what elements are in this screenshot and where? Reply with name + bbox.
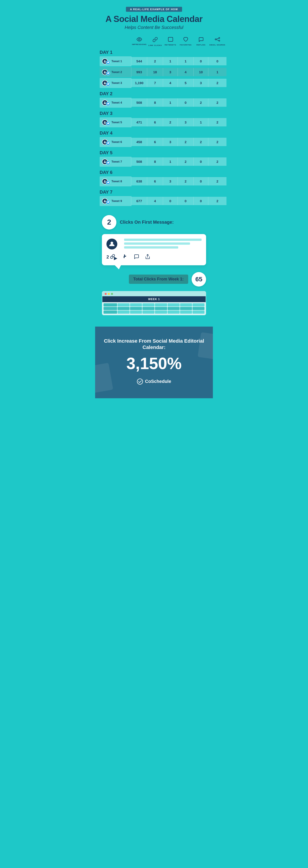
day-label: DAY 7	[100, 187, 208, 196]
tweet-replies: 10	[194, 68, 208, 76]
tweet-link_clicks: 6	[147, 177, 163, 185]
mock-comment-action	[134, 254, 139, 260]
twitter-badge	[106, 161, 110, 165]
browser-cell	[130, 307, 142, 310]
tweet-retweets: 1	[163, 98, 178, 107]
avatar-wrap	[102, 58, 110, 64]
svg-point-14	[104, 180, 106, 181]
browser-cell	[155, 303, 167, 306]
table-row: Tweet 1 54421100	[100, 56, 208, 66]
svg-point-15	[104, 200, 106, 201]
tweet-replies: 0	[194, 157, 208, 166]
svg-point-9	[104, 82, 106, 83]
total-clicks-row: Total Clicks From Week 1: 65	[102, 272, 206, 286]
tweet-favorites: 4	[178, 68, 194, 76]
tweet-email_shares: 2	[208, 118, 226, 126]
tweet-retweets: 3	[163, 138, 178, 146]
browser-mockup: WEEK 1	[102, 291, 206, 315]
browser-cell	[155, 311, 167, 314]
mock-tweet-actions: 2 ▶	[107, 253, 201, 261]
tweet-impressions: 677	[131, 197, 147, 205]
svg-point-7	[104, 60, 106, 61]
avatar-wrap	[102, 119, 110, 126]
tweet-favorites: 1	[178, 57, 194, 65]
tweet-info-cell: Tweet 8	[100, 177, 131, 186]
deco-right	[198, 332, 213, 360]
tweet-link_clicks: 18	[147, 68, 163, 76]
mock-like-icon	[123, 254, 128, 260]
tweet-retweets: 1	[163, 57, 178, 65]
svg-rect-1	[168, 37, 173, 41]
table-row: Tweet 4 50881022	[100, 98, 208, 107]
column-headers: IMPRESSIONS LINK CLICKS RETWEETS	[100, 37, 208, 46]
tweet-link_clicks: 7	[147, 79, 163, 87]
total-clicks-label: Total Clicks From Week 1:	[129, 275, 188, 284]
browser-cell	[155, 307, 167, 310]
table-row: Tweet 6 45863222	[100, 137, 208, 147]
browser-cell	[180, 303, 192, 306]
tweet-name: Tweet 4	[111, 101, 122, 104]
svg-point-8	[104, 71, 106, 72]
tweet-email_shares: 2	[208, 98, 226, 107]
browser-cell	[193, 303, 204, 306]
data-table: IMPRESSIONS LINK CLICKS RETWEETS	[100, 37, 208, 206]
tweet-link_clicks: 4	[147, 197, 163, 205]
mock-link-action: 2 ▶	[107, 253, 117, 261]
tweet-replies: 0	[194, 57, 208, 65]
tweet-name: Tweet 7	[111, 160, 122, 163]
browser-cell	[180, 311, 192, 314]
coschedule-logo-icon	[137, 378, 143, 385]
tweet-impressions: 544	[131, 57, 147, 65]
tweet-impressions: 458	[131, 138, 147, 146]
table-row: Tweet 7 50881202	[100, 157, 208, 167]
tweet-favorites: 2	[178, 138, 194, 146]
browser-cell	[117, 303, 130, 306]
browser-cell	[142, 311, 155, 314]
tweet-replies: 0	[194, 177, 208, 185]
mock-line-3	[124, 246, 178, 249]
col-retweets: RETWEETS	[163, 37, 178, 46]
impressions-icon	[136, 37, 142, 43]
mock-avatar	[107, 239, 117, 249]
cursor-icon: ▶	[114, 256, 117, 261]
twitter-badge	[106, 181, 110, 185]
tweet-impressions: 638	[131, 177, 147, 185]
page-container: A REAL-LIFE EXAMPLE OF HOW A Social Medi…	[95, 0, 213, 398]
first-clicks-row: 2 Clicks On First Message:	[100, 215, 208, 229]
replies-label: REPLIES	[197, 44, 206, 46]
tweet-email_shares: 2	[208, 79, 226, 87]
tweet-link_clicks: 2	[147, 57, 163, 65]
tweet-favorites: 0	[178, 98, 194, 107]
tweet-replies: 3	[194, 79, 208, 87]
twitter-badge	[106, 82, 110, 86]
svg-point-12	[104, 141, 106, 142]
col-impressions: IMPRESSIONS	[131, 37, 147, 46]
reply-icon	[198, 37, 204, 43]
tweet-favorites: 5	[178, 79, 194, 87]
svg-line-5	[216, 38, 219, 39]
header-tag: A REAL-LIFE EXAMPLE OF HOW	[126, 7, 182, 12]
table-row: Tweet 5 47162312	[100, 117, 208, 127]
browser-cell	[130, 303, 142, 306]
tweet-impressions: 993	[131, 68, 147, 76]
tweet-name: Tweet 9	[111, 199, 122, 203]
col-email-shares: EMAIL SHARES	[208, 37, 226, 46]
favorites-label: FAVORITES	[180, 44, 192, 46]
tweet-link_clicks: 6	[147, 118, 163, 126]
tweet-favorites: 2	[178, 177, 194, 185]
retweet-icon	[168, 37, 173, 43]
browser-cell	[168, 303, 179, 306]
tweet-email_shares: 2	[208, 157, 226, 166]
day-label: DAY 4	[100, 128, 208, 137]
browser-cell	[193, 307, 204, 310]
table-row: Tweet 2 9931834101	[100, 67, 208, 77]
browser-cell	[142, 307, 155, 310]
retweets-label: RETWEETS	[165, 44, 176, 46]
tweet-link_clicks: 6	[147, 138, 163, 146]
svg-point-2	[215, 39, 216, 40]
tweet-impressions: 1,190	[131, 79, 147, 87]
tweet-impressions: 471	[131, 118, 147, 126]
link-clicks-label: LINK CLICKS	[148, 44, 162, 46]
avatar-wrap	[102, 69, 110, 75]
browser-week-label: WEEK 1	[102, 296, 206, 302]
